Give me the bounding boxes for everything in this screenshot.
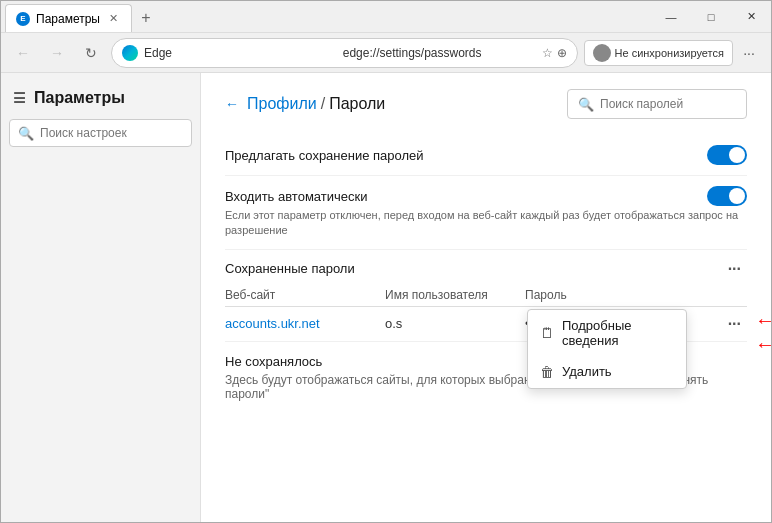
address-icons: ☆ ⊕ <box>542 46 567 60</box>
password-row-more-button[interactable]: ··· <box>722 313 747 335</box>
breadcrumb-separator: / <box>321 95 325 113</box>
maximize-button[interactable]: □ <box>691 1 731 33</box>
search-icon: 🔍 <box>18 126 34 141</box>
red-arrow-delete: ← <box>755 333 771 356</box>
profile-avatar <box>593 44 611 62</box>
breadcrumb-current: Пароли <box>329 95 385 113</box>
saved-passwords-header: Сохраненные пароли ··· <box>225 258 747 280</box>
auto-login-desc: Если этот параметр отключен, перед входо… <box>225 208 747 239</box>
forward-button[interactable]: → <box>43 39 71 67</box>
title-bar: E Параметры ✕ + — □ ✕ <box>1 1 771 33</box>
col-password-header: Пароль <box>525 288 645 302</box>
saved-passwords-more-button[interactable]: ··· <box>722 258 747 280</box>
offer-save-row-header: Предлагать сохранение паролей <box>225 145 747 165</box>
new-tab-button[interactable]: + <box>132 4 160 32</box>
breadcrumb-area: ← Профили / Пароли 🔍 <box>225 89 747 119</box>
sidebar: ☰ Параметры 🔍 <box>1 73 201 522</box>
details-icon: 🗒 <box>540 325 554 341</box>
auto-login-setting: Входить автоматически Если этот параметр… <box>225 176 747 250</box>
delete-icon: 🗑 <box>540 364 554 380</box>
toolbar-icons: Не синхронизируется ··· <box>584 39 763 67</box>
offer-save-label: Предлагать сохранение паролей <box>225 148 424 163</box>
settings-container: ☰ Параметры 🔍 ← Профили / Пароли 🔍 <box>1 73 771 522</box>
reload-button[interactable]: ↻ <box>77 39 105 67</box>
browser-window: E Параметры ✕ + — □ ✕ ← → ↻ Edge edge://… <box>0 0 772 523</box>
auto-login-toggle[interactable] <box>707 186 747 206</box>
password-table-header: Веб-сайт Имя пользователя Пароль <box>225 284 747 307</box>
address-url: edge://settings/passwords <box>343 46 536 60</box>
breadcrumb-back-button[interactable]: ← <box>225 96 239 112</box>
tab-area: E Параметры ✕ + <box>1 1 651 32</box>
settings-search-box[interactable]: 🔍 <box>9 119 192 147</box>
close-button[interactable]: ✕ <box>731 1 771 33</box>
password-search-icon: 🔍 <box>578 97 594 112</box>
red-arrow-details: ← <box>755 309 771 332</box>
tab-favicon: E <box>16 12 30 26</box>
main-content: ← Профили / Пароли 🔍 Предлагать сохранен… <box>201 73 771 522</box>
hamburger-icon[interactable]: ☰ <box>13 90 26 106</box>
col-username-header: Имя пользователя <box>385 288 525 302</box>
offer-save-setting: Предлагать сохранение паролей <box>225 135 747 176</box>
password-search-box[interactable]: 🔍 <box>567 89 747 119</box>
auto-login-row-header: Входить автоматически <box>225 186 747 206</box>
address-bar: ← → ↻ Edge edge://settings/passwords ☆ ⊕… <box>1 33 771 73</box>
minimize-button[interactable]: — <box>651 1 691 33</box>
breadcrumb: ← Профили / Пароли <box>225 95 385 113</box>
active-tab[interactable]: E Параметры ✕ <box>5 4 132 32</box>
window-controls: — □ ✕ <box>651 1 771 33</box>
edge-brand-icon <box>122 45 138 61</box>
context-menu: 🗒 Подробные сведения 🗑 Удалить <box>527 309 687 389</box>
tab-close-button[interactable]: ✕ <box>106 11 121 26</box>
password-search-input[interactable] <box>600 97 736 111</box>
context-menu-details[interactable]: 🗒 Подробные сведения <box>528 310 686 356</box>
context-menu-delete[interactable]: 🗑 Удалить <box>528 356 686 388</box>
sidebar-title: Параметры <box>34 89 125 107</box>
password-row: accounts.ukr.net o.s •••••••• ··· 🗒 Подр… <box>225 307 747 342</box>
profile-button[interactable]: Не синхронизируется <box>584 40 733 66</box>
settings-search-input[interactable] <box>40 126 190 140</box>
auto-login-label: Входить автоматически <box>225 189 367 204</box>
col-website-header: Веб-сайт <box>225 288 385 302</box>
password-website: accounts.ukr.net <box>225 316 385 331</box>
sidebar-header: ☰ Параметры <box>1 81 200 115</box>
not-synced-label: Не синхронизируется <box>615 47 724 59</box>
collections-icon[interactable]: ⊕ <box>557 46 567 60</box>
brand-name-label: Edge <box>144 46 337 60</box>
delete-label: Удалить <box>562 364 612 379</box>
offer-save-toggle[interactable] <box>707 145 747 165</box>
saved-passwords-title: Сохраненные пароли <box>225 261 355 276</box>
more-tools-button[interactable]: ··· <box>735 39 763 67</box>
website-link[interactable]: accounts.ukr.net <box>225 316 320 331</box>
password-username: o.s <box>385 316 525 331</box>
address-input-area[interactable]: Edge edge://settings/passwords ☆ ⊕ <box>111 38 578 68</box>
tab-title: Параметры <box>36 12 100 26</box>
details-label: Подробные сведения <box>562 318 674 348</box>
back-button[interactable]: ← <box>9 39 37 67</box>
breadcrumb-profiles-link[interactable]: Профили <box>247 95 317 113</box>
favorite-icon[interactable]: ☆ <box>542 46 553 60</box>
